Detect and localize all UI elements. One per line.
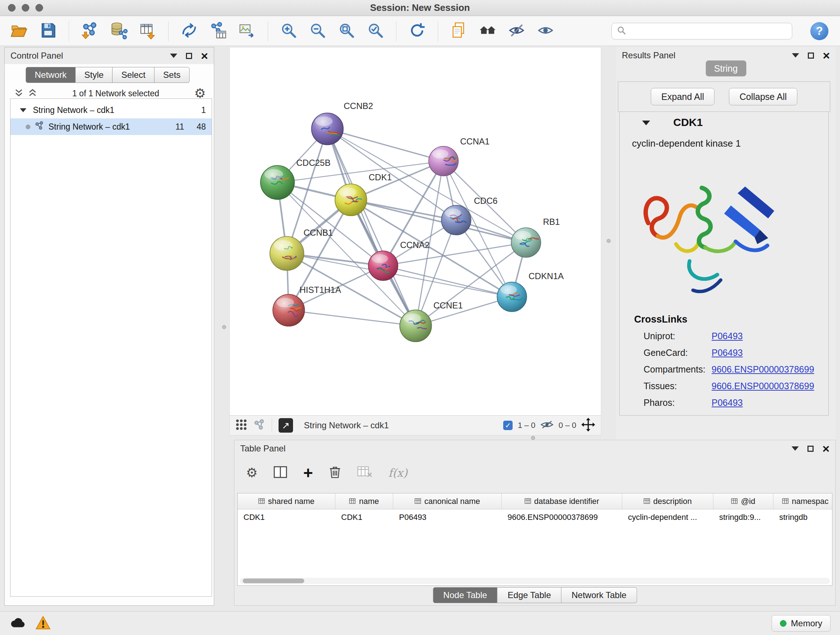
column-header-id[interactable]: @id xyxy=(714,494,774,509)
panel-maximize-button[interactable] xyxy=(186,53,192,59)
graph-edge[interactable] xyxy=(327,129,416,326)
import-network-from-file-button[interactable] xyxy=(80,21,99,41)
column-header-description[interactable]: description xyxy=(622,494,714,509)
search-field[interactable] xyxy=(611,23,792,40)
network-share-view-icon[interactable] xyxy=(254,419,265,432)
horizontal-scrollbar[interactable] xyxy=(240,578,830,584)
zoom-fit-button[interactable] xyxy=(337,21,356,41)
network-options-gear-icon[interactable]: ⚙ xyxy=(194,87,206,100)
function-builder-button[interactable]: f(x) xyxy=(388,466,407,479)
crosslink-link[interactable]: P06493 xyxy=(712,331,743,341)
search-input[interactable] xyxy=(630,26,787,36)
crosslink-label: Tissues: xyxy=(644,381,712,391)
cloud-icon-button[interactable] xyxy=(9,616,26,630)
graph-node-label: CCNA1 xyxy=(460,136,489,146)
splitter-handle[interactable] xyxy=(531,436,535,440)
results-actions-box: Expand All Collapse All xyxy=(618,81,830,112)
panel-close-button[interactable]: × xyxy=(823,49,830,62)
column-header-canonical-name[interactable]: canonical name xyxy=(393,494,502,509)
crosslinks-list: Uniprot: P06493 GeneCard: P06493 Compart… xyxy=(620,328,829,411)
network-bullet-icon xyxy=(26,125,30,129)
window-title: Session: New Session xyxy=(370,2,470,13)
crosslink-link[interactable]: P06493 xyxy=(712,348,743,358)
table-row[interactable]: CDK1 CDK1 P06493 9606.ENSP00000378699 cy… xyxy=(238,509,832,525)
panel-maximize-button[interactable] xyxy=(807,446,813,452)
grid-view-icon[interactable] xyxy=(235,419,247,432)
window-close-button[interactable] xyxy=(8,4,16,11)
cell-id: stringdb:9... xyxy=(714,509,774,525)
new-network-from-selection-button[interactable] xyxy=(180,21,199,41)
refresh-button[interactable] xyxy=(407,21,427,41)
tab-network-table[interactable]: Network Table xyxy=(561,587,637,603)
expand-all-button[interactable]: Expand All xyxy=(651,88,714,105)
help-button[interactable]: ? xyxy=(810,22,829,40)
tab-node-table[interactable]: Node Table xyxy=(433,587,497,603)
table-settings-gear-icon[interactable]: ⚙ xyxy=(246,466,257,479)
collection-caret-icon[interactable] xyxy=(20,108,27,112)
splitter-handle[interactable] xyxy=(607,239,611,243)
gene-section-caret-icon[interactable] xyxy=(642,120,650,125)
crosslink-link[interactable]: 9606.ENSP00000378699 xyxy=(712,364,814,375)
gene-symbol: CDK1 xyxy=(673,116,703,128)
panel-float-button[interactable] xyxy=(170,54,177,58)
hidden-eye-slash-icon[interactable] xyxy=(540,420,554,431)
panel-maximize-button[interactable] xyxy=(808,52,814,59)
expand-all-networks-icon[interactable] xyxy=(28,88,37,99)
tab-sets[interactable]: Sets xyxy=(155,67,189,83)
network-table-button[interactable] xyxy=(208,21,228,41)
column-header-database-identifier[interactable]: database identifier xyxy=(502,494,622,509)
graph-edge[interactable] xyxy=(351,200,526,242)
collapse-all-networks-icon[interactable] xyxy=(14,88,24,99)
graph-edge[interactable] xyxy=(289,310,416,326)
network-canvas[interactable]: CCNB2CCNA1CDC25BCDK1CDC6RB1CCNB1CCNA2CDK… xyxy=(230,48,602,415)
memory-button[interactable]: Memory xyxy=(772,615,831,632)
window-zoom-button[interactable] xyxy=(35,4,43,11)
panel-float-button[interactable] xyxy=(792,53,799,57)
tab-network[interactable]: Network xyxy=(26,67,76,83)
warning-icon-button[interactable] xyxy=(35,616,51,631)
selected-checkbox-icon[interactable]: ✓ xyxy=(503,421,513,430)
zoom-in-button[interactable] xyxy=(279,21,298,41)
hide-graphics-button[interactable] xyxy=(507,21,526,41)
panel-float-button[interactable] xyxy=(791,447,799,451)
crosslink-link[interactable]: P06493 xyxy=(712,397,743,408)
tab-edge-table[interactable]: Edge Table xyxy=(497,587,561,603)
show-graphics-details-button[interactable] xyxy=(536,21,555,41)
status-bar: Memory xyxy=(0,611,840,635)
show-columns-icon[interactable] xyxy=(273,466,287,480)
add-column-icon[interactable]: + xyxy=(303,464,313,481)
import-table-from-file-button[interactable] xyxy=(138,21,157,41)
scrollbar-thumb[interactable] xyxy=(243,578,304,583)
import-network-from-database-button[interactable] xyxy=(109,21,128,41)
string-tab-badge[interactable]: String xyxy=(706,60,746,76)
zoom-selected-button[interactable] xyxy=(366,21,385,41)
zoom-out-button[interactable] xyxy=(308,21,327,41)
splitter-handle[interactable] xyxy=(222,325,226,329)
birdseye-view-button[interactable]: ↗ xyxy=(279,418,293,432)
tab-select[interactable]: Select xyxy=(112,67,155,83)
show-all-views-button[interactable] xyxy=(478,21,497,41)
save-session-button[interactable] xyxy=(38,21,58,41)
column-header-shared-name[interactable]: shared name xyxy=(238,494,335,509)
gene-description: cyclin-dependent kinase 1 xyxy=(632,138,741,149)
export-image-button[interactable] xyxy=(237,21,257,41)
crosslink-link[interactable]: 9606.ENSP00000378699 xyxy=(712,381,814,391)
open-session-button[interactable] xyxy=(9,21,29,41)
clipboard-button[interactable] xyxy=(449,21,469,41)
panel-close-button[interactable]: × xyxy=(822,442,829,455)
network-row[interactable]: String Network – cdk1 11 48 xyxy=(11,119,212,135)
main-toolbar: ? xyxy=(0,16,840,46)
save-icon xyxy=(39,21,57,41)
panel-close-button[interactable]: × xyxy=(201,50,208,62)
tab-style[interactable]: Style xyxy=(76,67,112,83)
graph-edge[interactable] xyxy=(327,129,444,161)
window-minimize-button[interactable] xyxy=(22,4,29,11)
delete-column-trash-icon[interactable] xyxy=(329,465,341,480)
pan-tool-icon[interactable] xyxy=(581,418,595,433)
column-header-name[interactable]: name xyxy=(335,494,393,509)
collapse-all-button[interactable]: Collapse All xyxy=(729,88,797,105)
network-collection-row[interactable]: String Network – cdk1 1 xyxy=(11,102,212,119)
node-count: 11 xyxy=(167,122,184,132)
delete-table-icon[interactable] xyxy=(357,466,372,480)
column-header-namespace[interactable]: namespac xyxy=(774,494,832,509)
